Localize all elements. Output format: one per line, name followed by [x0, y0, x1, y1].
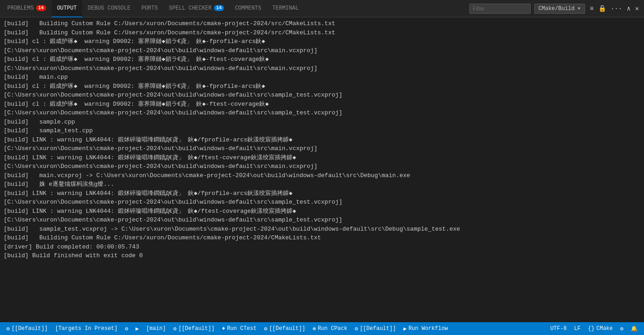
output-line: [C:\Users\xuron\Documents\cmake-project-… [4, 216, 640, 225]
filter-box[interactable] [469, 4, 531, 14]
gear-icon-2: ⚙ [125, 325, 128, 332]
tab-debug-console-label: DEBUG CONSOLE [88, 5, 131, 11]
status-run-cpack[interactable]: ⊛ Run CPack [309, 322, 351, 335]
output-line: [C:\Users\xuron\Documents\cmake-project-… [4, 198, 640, 207]
tab-comments[interactable]: COMMENTS [229, 0, 267, 17]
output-line: [build] main.cpp [4, 73, 640, 82]
status-run-workflow[interactable]: ▶ Run Workflow [399, 322, 452, 335]
status-build[interactable]: ▶ [132, 322, 143, 335]
output-line: [build] cl : 鍛成护琢◆ warning D9002: 塞界障鏈◆鎖… [4, 82, 640, 91]
status-default4-label: [[Default]] [360, 325, 396, 332]
tab-debug-console[interactable]: DEBUG CONSOLE [82, 0, 136, 17]
status-notifications[interactable]: 🔔 [627, 322, 641, 335]
status-settings[interactable]: ⚙ [617, 322, 627, 335]
more-icon[interactable]: ··· [609, 4, 623, 14]
status-line-ending[interactable]: LF [570, 322, 584, 335]
list-icon[interactable]: ≡ [589, 4, 595, 14]
output-content[interactable]: [build] Building Custom Rule C:/Users/xu… [0, 17, 644, 322]
output-line: [C:\Users\xuron\Documents\cmake-project-… [4, 91, 640, 100]
status-run-workflow-label: Run Workflow [409, 325, 448, 332]
tab-problems-label: PROBLEMS [7, 5, 34, 11]
status-main[interactable]: [main] [143, 322, 170, 335]
status-default3-label: [[Default]] [269, 325, 305, 332]
status-default1-label: [[Default]] [11, 325, 48, 332]
tab-problems[interactable]: PROBLEMS 14 [2, 0, 52, 17]
output-line: [C:\Users\xuron\Documents\cmake-project-… [4, 144, 640, 153]
tab-problems-badge: 14 [36, 5, 46, 11]
status-default2-label: [[Default]] [178, 325, 214, 332]
tab-spell-checker-label: SPELL CHECKER [169, 5, 212, 11]
tab-ports[interactable]: PORTS [136, 0, 163, 17]
tab-terminal[interactable]: TERMINAL [267, 0, 304, 17]
output-line: [build] LINK : warning LNK4044: 鍛炢碎璇唱埄鐧鑟… [4, 207, 640, 216]
gear-icon-1: ⚙ [6, 325, 10, 332]
output-line: [build] 姝 e逐鳌熻煤杩涘焦g燰... [4, 180, 640, 189]
tab-terminal-label: TERMINAL [272, 5, 299, 11]
output-line: [build] cl : 鍛成护琢◆ warning D9002: 塞界障鏈◆鎖… [4, 37, 640, 46]
status-line-ending-label: LF [574, 325, 580, 332]
output-line: [C:\Users\xuron\Documents\cmake-project-… [4, 46, 640, 55]
ctest-icon: ♦ [222, 325, 225, 332]
status-targets[interactable]: [Targets In Preset] [51, 322, 121, 335]
braces-icon: {} [588, 325, 594, 332]
output-line: [build] Building Custom Rule C:/Users/xu… [4, 19, 640, 28]
status-bar: ⚙ [[Default]] [Targets In Preset] ⚙ ▶ [m… [0, 322, 644, 335]
output-line: [build] sample_test.vcxproj -> C:\Users\… [4, 225, 640, 234]
output-line: [build] Building Custom Rule C:/Users/xu… [4, 233, 640, 243]
tab-spell-checker-badge: 14 [214, 5, 224, 11]
status-right: UTF-8 LF {} CMake ⚙ 🔔 [547, 322, 641, 335]
tab-bar: PROBLEMS 14 OUTPUT DEBUG CONSOLE PORTS S… [0, 0, 644, 17]
tab-output[interactable]: OUTPUT [52, 0, 82, 17]
output-line: [build] LINK : warning LNK4044: 鍛炢碎璇唱埄鐧鑟… [4, 153, 640, 162]
lock-icon[interactable]: 🔒 [597, 3, 607, 14]
status-default4[interactable]: ⚙ [[Default]] [351, 322, 399, 335]
output-line: [build] sample_test.cpp [4, 126, 640, 135]
status-language[interactable]: {} CMake [584, 322, 616, 335]
output-line: [build] Building Custom Rule C:/Users/xu… [4, 28, 640, 38]
workflow-play-icon: ▶ [403, 325, 406, 332]
output-line: [C:\Users\xuron\Documents\cmake-project-… [4, 64, 640, 73]
gear-icon-4: ⚙ [264, 325, 267, 332]
build-play-icon: ▶ [136, 325, 139, 332]
status-targets-label: [Targets In Preset] [55, 325, 117, 332]
tab-spell-checker[interactable]: SPELL CHECKER 14 [163, 0, 229, 17]
collapse-icon[interactable]: ∧ [625, 3, 632, 14]
status-default3[interactable]: ⚙ [[Default]] [260, 322, 309, 335]
status-configure[interactable]: ⚙ [121, 322, 132, 335]
output-line: [build] cl : 鍛成护琢◆ warning D9002: 塞界障鏈◆鎖… [4, 55, 640, 64]
tab-output-label: OUTPUT [57, 5, 77, 11]
status-run-ctest[interactable]: ♦ Run CTest [218, 322, 260, 335]
bell-icon: 🔔 [631, 325, 638, 332]
output-line: [C:\Users\xuron\Documents\cmake-project-… [4, 108, 640, 118]
status-encoding[interactable]: UTF-8 [547, 322, 570, 335]
toolbar-icons: ≡ 🔒 ··· ∧ ✕ [589, 3, 641, 14]
output-line: [build] main.vcxproj -> C:\Users\xuron\D… [4, 171, 640, 180]
tab-comments-label: COMMENTS [235, 5, 261, 11]
gear-icon-3: ⚙ [173, 325, 176, 332]
status-main-label: [main] [146, 325, 166, 332]
status-language-label: CMake [596, 325, 613, 332]
status-default1[interactable]: ⚙ [[Default]] [3, 322, 51, 335]
chevron-down-icon: ▾ [577, 5, 580, 12]
status-run-ctest-label: Run CTest [227, 325, 257, 332]
filter-input[interactable] [473, 5, 527, 12]
cmake-build-dropdown[interactable]: CMake/Build ▾ [534, 4, 585, 14]
tab-ports-label: PORTS [141, 5, 158, 11]
settings-icon: ⚙ [620, 325, 623, 332]
cmake-build-label: CMake/Build [538, 5, 575, 12]
output-line: [C:\Users\xuron\Documents\cmake-project-… [4, 162, 640, 171]
status-run-cpack-label: Run CPack [318, 325, 347, 332]
output-line: [driver] Build completed: 00:00:05.743 [4, 243, 640, 252]
gear-icon-5: ⚙ [355, 325, 358, 332]
output-line: [build] cl : 鍛成护琢◆ warning D9002: 塞界障鏈◆鎖… [4, 100, 640, 109]
close-icon[interactable]: ✕ [634, 3, 640, 14]
status-default2[interactable]: ⚙ [[Default]] [170, 322, 218, 335]
output-line: [build] Build finished with exit code 0 [4, 251, 640, 260]
output-line: [build] LINK : warning LNK4044: 鍛炢碎璇唱埄鐧鑟… [4, 135, 640, 145]
output-line: [build] LINK : warning LNK4044: 鍛炢碎璇唱埄鐧鑟… [4, 189, 640, 198]
status-encoding-label: UTF-8 [550, 325, 567, 332]
output-line: [build] sample.cpp [4, 118, 640, 127]
cpack-icon: ⊛ [313, 325, 316, 332]
